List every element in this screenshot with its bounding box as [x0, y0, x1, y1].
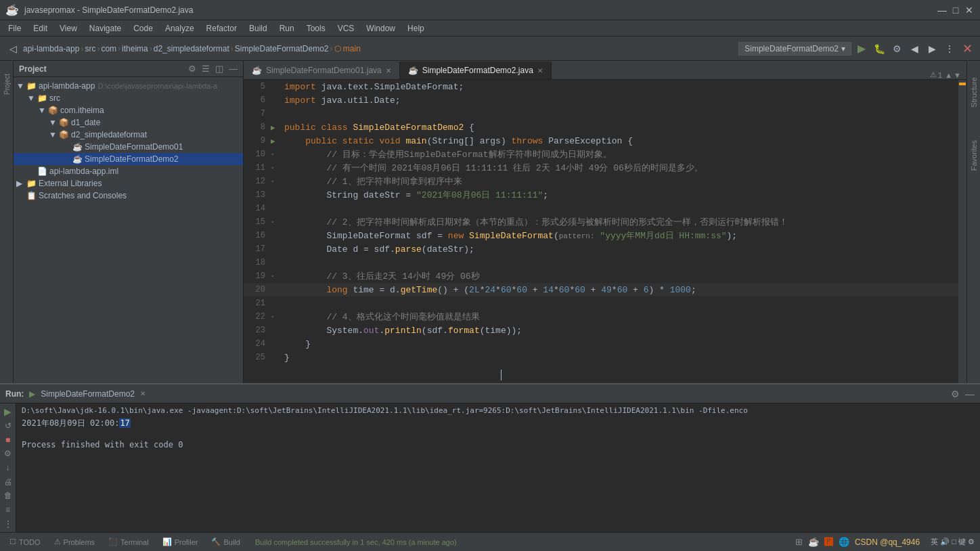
run-trash-icon[interactable]: 🗑: [2, 490, 14, 502]
status-tab-profiler[interactable]: 📊 Profiler: [158, 536, 202, 548]
code-line-12: 12 ◦ // 1、把字符串时间拿到程序中来: [244, 175, 958, 188]
taskbar-ppt[interactable]: 🅿: [824, 537, 833, 547]
tree-item-root[interactable]: ▼ 📁 api-lambda-app D:\code\javasepromax\…: [14, 80, 243, 92]
run-settings2-icon[interactable]: ⚙: [2, 448, 14, 460]
breadcrumb-com[interactable]: com: [101, 44, 116, 53]
menu-tools[interactable]: Tools: [301, 22, 331, 35]
code-line-17: 17 Date d = sdf.parse(dateStr);: [244, 242, 958, 256]
tree-item-scratches[interactable]: 📋 Scratches and Consoles: [14, 190, 243, 202]
breadcrumb-src[interactable]: src: [85, 44, 95, 53]
run-output[interactable]: D:\soft\Java\jdk-16.0.1\bin\java.exe -ja…: [16, 403, 980, 532]
tree-item-src[interactable]: ▼ 📁 src: [14, 92, 243, 104]
minimize-btn[interactable]: —: [937, 5, 948, 16]
warning-indicator[interactable]: ⚠ 1 ▲ ▼: [925, 70, 966, 79]
warning-nav-up[interactable]: ▲: [945, 71, 952, 79]
maximize-btn[interactable]: □: [950, 5, 961, 16]
menubar: File Edit View Navigate Code Analyze Ref…: [0, 20, 980, 37]
status-tab-problems[interactable]: ⚠ Problems: [50, 536, 99, 548]
tree-item-d1-date[interactable]: ▼ 📦 d1_date: [14, 116, 243, 129]
sidebar-close-icon[interactable]: —: [229, 64, 238, 74]
tree-item-d2-simpledateformat[interactable]: ▼ 📦 d2_simpledateformat: [14, 129, 243, 141]
taskbar-idea[interactable]: ☕: [808, 537, 819, 547]
favorites-label[interactable]: Favorites: [970, 140, 978, 171]
app-icon: ☕: [5, 3, 19, 16]
code-line-23: 23 System.out.println(sdf.format(time));: [244, 324, 958, 337]
sidebar-settings-icon[interactable]: ⚙: [188, 64, 196, 74]
tab-label-active: SimpleDateFormatDemo2.java: [422, 66, 533, 75]
vertical-scrollbar[interactable]: [958, 80, 966, 383]
run-play-icon[interactable]: ▶: [2, 406, 14, 418]
run-tab-close-icon[interactable]: ✕: [140, 390, 146, 397]
menu-vcs[interactable]: VCS: [332, 22, 360, 35]
toolbar-more[interactable]: ⋮: [942, 41, 957, 56]
taskbar-chrome[interactable]: 🌐: [839, 537, 849, 547]
sidebar-collapse-icon[interactable]: ◫: [215, 64, 223, 74]
run-exit-msg: Process finished with exit code 0: [22, 440, 975, 449]
run-stop-icon[interactable]: ■: [2, 434, 14, 445]
menu-edit[interactable]: Edit: [28, 22, 53, 35]
run-scroll-icon[interactable]: ↓: [2, 462, 14, 474]
tab-sdfdemo01[interactable]: ☕ SimpleDateFormatDemo01.java ✕: [244, 62, 400, 79]
status-tab-build[interactable]: 🔨 Build: [207, 536, 244, 548]
toolbar-back[interactable]: ◁: [5, 41, 20, 56]
taskbar-start[interactable]: ⊞: [795, 537, 803, 547]
run-expand-icon[interactable]: ⋮: [2, 518, 14, 529]
toolbar-close[interactable]: ✕: [960, 41, 975, 56]
menu-file[interactable]: File: [3, 22, 26, 35]
run-rerun-icon[interactable]: ↺: [2, 420, 14, 432]
tab-close-icon[interactable]: ✕: [386, 67, 391, 74]
breadcrumb-method[interactable]: ⬡ main: [334, 44, 361, 53]
coverage-button[interactable]: ⚙: [889, 41, 904, 56]
right-sidebar: Structure Favorites: [966, 61, 980, 383]
scroll-warning-marker: [959, 83, 966, 85]
tree-label: d2_simpledateformat: [71, 130, 147, 139]
code-editor[interactable]: 5 import java.text.SimpleDateFormat; 6 i…: [244, 80, 958, 383]
run-settings-icon[interactable]: ⚙: [951, 389, 960, 399]
tab-close-icon-active[interactable]: ✕: [537, 67, 543, 74]
debug-button[interactable]: 🐛: [872, 41, 887, 56]
status-tab-terminal[interactable]: ⬛ Terminal: [104, 536, 153, 548]
toolbar-fwd[interactable]: ▶: [925, 41, 939, 56]
left-tab-project[interactable]: Project: [1, 64, 13, 104]
menu-code[interactable]: Code: [128, 22, 158, 35]
tree-item-sdfdemo2[interactable]: ☕ SimpleDateFormatDemo2: [14, 153, 243, 165]
java-icon: ☕: [72, 154, 83, 164]
structure-label[interactable]: Structure: [970, 77, 978, 108]
menu-navigate[interactable]: Navigate: [84, 22, 127, 35]
tree-item-iml[interactable]: 📄 api-lambda-app.iml: [14, 165, 243, 177]
code-line-6: 6 import java.util.Date;: [244, 93, 958, 107]
menu-help[interactable]: Help: [402, 22, 430, 35]
run-more2-icon[interactable]: ≡: [2, 504, 14, 516]
run-config-dropdown[interactable]: SimpleDateFormatDemo2 ▾: [738, 42, 851, 56]
breadcrumb-app[interactable]: api-lambda-app: [23, 44, 79, 53]
tree-label: src: [49, 93, 60, 103]
tree-item-sdfdemo01[interactable]: ☕ SimpleDateFormatDemo01: [14, 141, 243, 153]
menu-run[interactable]: Run: [274, 22, 300, 35]
tree-label: api-lambda-app.iml: [49, 167, 118, 176]
breadcrumb-sep1: ›: [81, 44, 83, 53]
menu-refactor[interactable]: Refactor: [201, 22, 242, 35]
status-tab-todo[interactable]: ☐ TODO: [5, 536, 45, 548]
close-btn[interactable]: ✕: [964, 5, 975, 16]
run-command-line: D:\soft\Java\jdk-16.0.1\bin\java.exe -ja…: [22, 406, 975, 415]
breadcrumb-class[interactable]: SimpleDateFormatDemo2: [235, 44, 329, 53]
sidebar-layout-icon[interactable]: ☰: [202, 64, 210, 74]
breadcrumb-itheima[interactable]: itheima: [122, 44, 148, 53]
toolbar-back2[interactable]: ◀: [907, 41, 922, 56]
run-button[interactable]: ▶: [854, 41, 869, 56]
run-print-icon[interactable]: 🖨: [2, 476, 14, 487]
breadcrumb-d2[interactable]: d2_simpledateformat: [154, 44, 229, 53]
run-tab-name[interactable]: SimpleDateFormatDemo2: [41, 389, 135, 399]
tab-sdfdemo2[interactable]: ☕ SimpleDateFormatDemo2.java ✕: [400, 62, 552, 79]
tree-item-ext-libs[interactable]: ▶ 📁 External Libraries: [14, 177, 243, 190]
menu-view[interactable]: View: [54, 22, 83, 35]
taskbar-csdn[interactable]: CSDN @qq_4946: [855, 537, 920, 547]
warning-nav-down[interactable]: ▼: [954, 71, 961, 79]
tree-label: api-lambda-app: [39, 81, 95, 91]
menu-window[interactable]: Window: [361, 22, 401, 35]
tree-item-com-itheima[interactable]: ▼ 📦 com.itheima: [14, 104, 243, 116]
breadcrumb-sep5: ›: [231, 44, 233, 53]
run-minimize-icon[interactable]: —: [965, 389, 975, 399]
menu-build[interactable]: Build: [244, 22, 273, 35]
menu-analyze[interactable]: Analyze: [160, 22, 200, 35]
